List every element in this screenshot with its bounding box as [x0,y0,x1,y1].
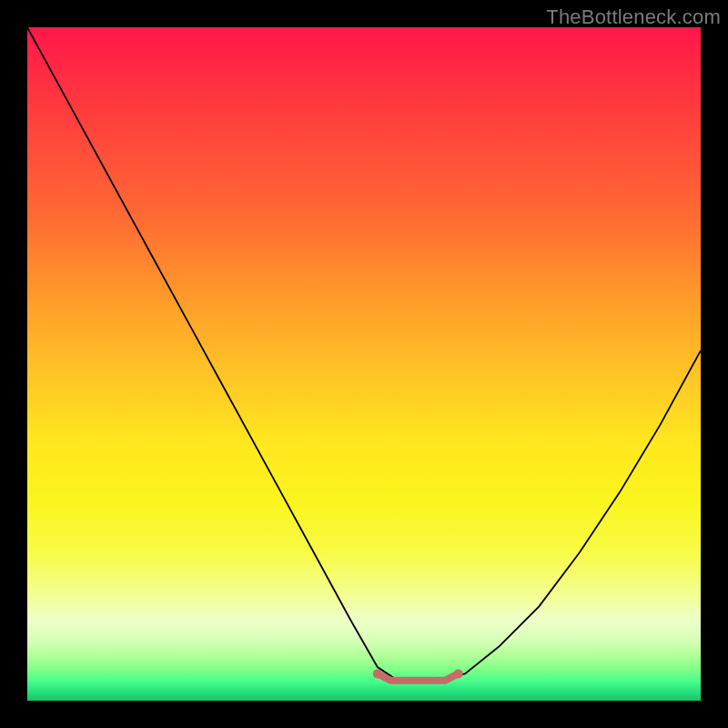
gradient-plot-area [27,27,701,701]
svg-point-1 [454,669,463,678]
bottleneck-curve [27,27,701,681]
watermark-text: TheBottleneck.com [546,5,721,29]
curve-layer [27,27,701,701]
optimal-region-marker [373,669,463,680]
svg-point-0 [373,669,382,678]
chart-frame: TheBottleneck.com [0,0,728,728]
